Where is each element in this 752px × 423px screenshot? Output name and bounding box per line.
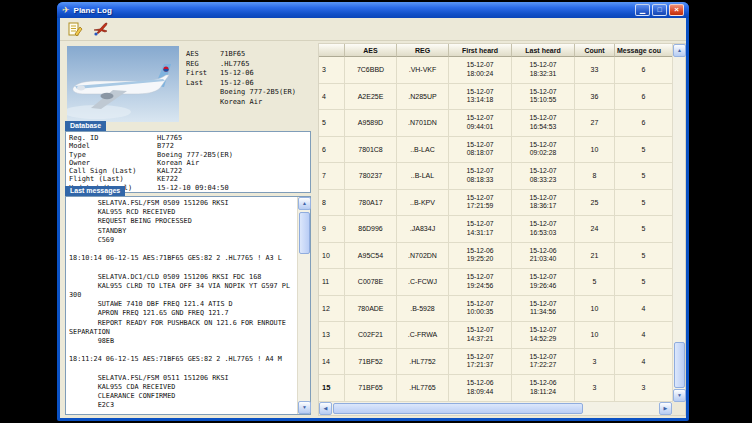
messages-scroll-down-button[interactable]: ▼ (298, 401, 311, 414)
reg-value: .N285UP (397, 84, 449, 111)
time-line: 14:31:17 (467, 229, 493, 238)
table-scroll-down-button[interactable]: ▼ (673, 389, 686, 402)
aircraft-button[interactable] (90, 19, 111, 39)
reg-value: ..B-LAL (397, 163, 449, 190)
table-row[interactable]: 37C6BBD.VH-VKF15-12-0718:00:2415-12-0718… (319, 57, 673, 84)
time-line: 14:52:29 (530, 335, 556, 344)
table-row[interactable]: 5A9589D.N701DN15-12-0709:44:0115-12-0716… (319, 110, 673, 137)
date-line: 15-12-07 (529, 353, 556, 362)
table-vertical-scroll-thumb[interactable] (674, 342, 685, 388)
table-row[interactable]: 4A2E25E.N285UP15-12-0713:14:1815-12-0715… (319, 84, 673, 111)
column-header-aes[interactable]: AES (345, 44, 397, 57)
table-row[interactable]: 67801C8..B-LAC15-12-0708:18:0715-12-0709… (319, 137, 673, 164)
aes-value: C02F21 (345, 322, 397, 349)
table-horizontal-scroll-thumb[interactable] (333, 403, 583, 414)
table-row[interactable]: 986D996.JA834J15-12-0714:31:1715-12-0716… (319, 216, 673, 243)
first-heard-value: 15-12-0618:09:44 (449, 375, 512, 402)
count-value: 24 (575, 216, 615, 243)
table-row[interactable]: 11C0078E.C-FCWJ15-12-0719:24:5615-12-071… (319, 269, 673, 296)
table-row[interactable]: 1571BF65.HL776515-12-0618:09:4415-12-061… (319, 375, 673, 402)
time-line: 17:21:37 (467, 361, 493, 370)
aes-value: 780A17 (345, 190, 397, 217)
aes-value: 7C6BBD (345, 57, 397, 84)
table-row[interactable]: 12780ADE.B-592815-12-0710:00:3515-12-071… (319, 296, 673, 323)
table-horizontal-scrollbar[interactable]: ◀ ▶ (319, 402, 672, 415)
window-title: Plane Log (74, 6, 635, 15)
first-heard-value: 15-12-0710:00:35 (449, 296, 512, 323)
table-scroll-right-button[interactable]: ▶ (659, 402, 672, 415)
reg-value: ..B-LAC (397, 137, 449, 164)
aes-value: C0078E (345, 269, 397, 296)
column-header-rownum[interactable] (319, 44, 345, 57)
time-line: 18:09:44 (467, 388, 493, 397)
message-count-value: 5 (615, 163, 673, 190)
db-field-label: Reg. ID (69, 134, 157, 142)
column-header-message-cou[interactable]: Message cou (615, 44, 673, 57)
db-field-label: Flight (Last) (69, 175, 157, 183)
column-header-reg[interactable]: REG (397, 44, 449, 57)
left-arrow-icon: ◀ (324, 406, 328, 411)
messages-scroll-up-button[interactable]: ▲ (298, 197, 311, 210)
time-line: 15:10:55 (530, 96, 556, 105)
db-field-label: Type (69, 151, 157, 159)
column-header-first-heard[interactable]: First heard (449, 44, 512, 57)
first-heard-value: 15-12-0709:44:01 (449, 110, 512, 137)
table-row[interactable]: 1471BF52.HL775215-12-0717:21:3715-12-071… (319, 349, 673, 376)
message-count-value: 5 (615, 137, 673, 164)
date-line: 15-12-07 (529, 141, 556, 150)
reg-value: .HL7765 (397, 375, 449, 402)
aes-value: 780237 (345, 163, 397, 190)
time-line: 17:21:59 (467, 202, 493, 211)
db-field-value: KE722 (157, 175, 307, 183)
last-heard-value: 15-12-0714:52:29 (512, 322, 575, 349)
last-heard-value: 15-12-0711:34:56 (512, 296, 575, 323)
last-heard-value: 15-12-0618:11:24 (512, 375, 575, 402)
window-body: AES71BF65REG.HL7765First15-12-06Last15-1… (60, 18, 686, 418)
aes-value: A9589D (345, 110, 397, 137)
table-row[interactable]: 7780237..B-LAL15-12-0708:18:3315-12-0708… (319, 163, 673, 190)
titlebar[interactable]: ✈ Plane Log ▁ □ × (57, 2, 689, 18)
minimize-button[interactable]: ▁ (635, 4, 650, 16)
table-scroll-left-button[interactable]: ◀ (319, 402, 332, 415)
messages-scrollbar[interactable]: ▲ ▼ (297, 197, 310, 414)
count-value: 27 (575, 110, 615, 137)
time-line: 11:34:56 (530, 308, 556, 317)
db-field-value: 15-12-10 09:04:50 (157, 184, 307, 192)
row-number: 13 (319, 322, 345, 349)
table-row[interactable]: 8780A17..B-KPV15-12-0717:21:5915-12-0718… (319, 190, 673, 217)
table-row[interactable]: 10A95C54.N702DN15-12-0619:25:2015-12-062… (319, 243, 673, 270)
table-vertical-scrollbar[interactable]: ▲ ▼ (672, 44, 685, 402)
date-line: 15-12-07 (466, 353, 493, 362)
column-header-count[interactable]: Count (575, 44, 615, 57)
column-header-last-heard[interactable]: Last heard (512, 44, 575, 57)
close-button[interactable]: × (669, 4, 684, 16)
app-plane-icon: ✈ (62, 6, 70, 15)
first-heard-value: 15-12-0718:00:24 (449, 57, 512, 84)
maximize-button[interactable]: □ (652, 4, 667, 16)
count-value: 3 (575, 375, 615, 402)
row-number: 10 (319, 243, 345, 270)
aes-value: 86D996 (345, 216, 397, 243)
first-heard-value: 15-12-0717:21:59 (449, 190, 512, 217)
reg-value: ..B-KPV (397, 190, 449, 217)
row-number: 8 (319, 190, 345, 217)
time-line: 08:18:33 (467, 176, 493, 185)
message-count-value: 6 (615, 57, 673, 84)
messages-text[interactable]: SELATVA.FSL/FSM 0509 151206 RKSI KAL955 … (69, 199, 295, 412)
time-line: 18:32:31 (530, 70, 556, 79)
row-number: 15 (319, 375, 345, 402)
messages-scroll-thumb[interactable] (299, 212, 310, 254)
table-scroll-up-button[interactable]: ▲ (673, 44, 686, 57)
open-log-button[interactable] (64, 19, 85, 39)
table-header-row: AESREGFirst heardLast heardCountMessage … (319, 44, 673, 57)
message-count-value: 4 (615, 296, 673, 323)
table-row[interactable]: 13C02F21.C-FRWA15-12-0714:37:2115-12-071… (319, 322, 673, 349)
time-line: 13:14:18 (467, 96, 493, 105)
summary-field-label: Last (186, 79, 220, 89)
date-line: 15-12-07 (529, 194, 556, 203)
last-heard-value: 15-12-0719:26:46 (512, 269, 575, 296)
date-line: 15-12-07 (466, 88, 493, 97)
aircraft-icon (93, 21, 109, 37)
first-heard-value: 15-12-0714:31:17 (449, 216, 512, 243)
row-number: 6 (319, 137, 345, 164)
